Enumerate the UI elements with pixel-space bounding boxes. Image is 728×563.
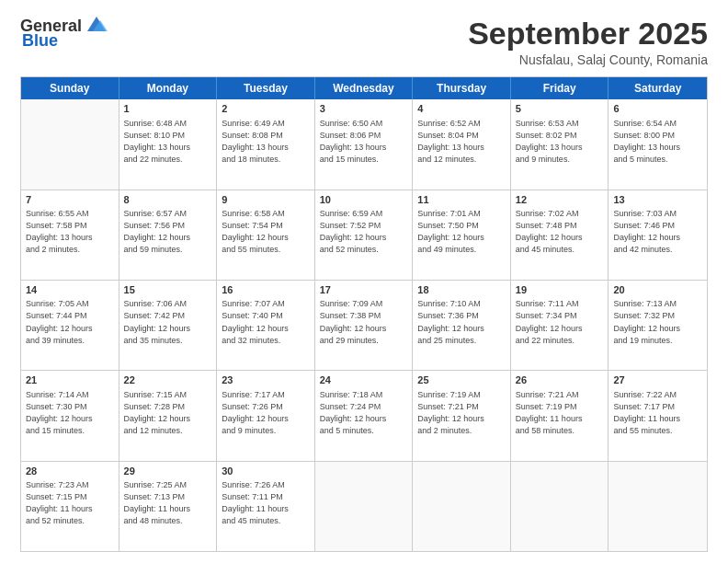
calendar-day-15: 15Sunrise: 7:06 AMSunset: 7:42 PMDayligh… xyxy=(119,281,218,370)
calendar-week-3: 14Sunrise: 7:05 AMSunset: 7:44 PMDayligh… xyxy=(21,280,707,370)
day-info: Sunrise: 6:55 AMSunset: 7:58 PMDaylight:… xyxy=(26,208,114,256)
day-info: Sunrise: 7:13 AMSunset: 7:32 PMDaylight:… xyxy=(613,298,702,346)
day-info: Sunrise: 7:21 AMSunset: 7:19 PMDaylight:… xyxy=(516,389,604,437)
day-number: 1 xyxy=(124,102,212,116)
logo-icon xyxy=(84,15,109,35)
calendar-day-25: 25Sunrise: 7:19 AMSunset: 7:21 PMDayligh… xyxy=(413,371,511,460)
calendar-day-23: 23Sunrise: 7:17 AMSunset: 7:26 PMDayligh… xyxy=(217,371,315,460)
day-number: 2 xyxy=(222,102,310,116)
day-info: Sunrise: 7:23 AMSunset: 7:15 PMDaylight:… xyxy=(26,479,114,527)
day-number: 22 xyxy=(124,373,212,387)
day-info: Sunrise: 6:49 AMSunset: 8:08 PMDaylight:… xyxy=(222,118,310,166)
day-number: 5 xyxy=(516,102,604,116)
day-number: 25 xyxy=(417,373,506,387)
day-number: 16 xyxy=(222,283,310,297)
day-info: Sunrise: 7:07 AMSunset: 7:40 PMDaylight:… xyxy=(222,298,310,346)
day-number: 17 xyxy=(320,283,408,297)
day-info: Sunrise: 6:58 AMSunset: 7:54 PMDaylight:… xyxy=(222,208,310,256)
logo: General Blue xyxy=(20,17,109,51)
header: General Blue September 2025 Nusfalau, Sa… xyxy=(20,17,708,67)
day-number: 28 xyxy=(26,465,114,478)
calendar-day-4: 4Sunrise: 6:52 AMSunset: 8:04 PMDaylight… xyxy=(413,99,511,189)
calendar-body: 1Sunrise: 6:48 AMSunset: 8:10 PMDaylight… xyxy=(21,99,707,551)
day-info: Sunrise: 6:57 AMSunset: 7:56 PMDaylight:… xyxy=(124,208,212,256)
day-info: Sunrise: 6:59 AMSunset: 7:52 PMDaylight:… xyxy=(320,208,408,256)
day-number: 13 xyxy=(613,193,702,207)
day-number: 4 xyxy=(417,102,506,116)
day-info: Sunrise: 7:02 AMSunset: 7:48 PMDaylight:… xyxy=(516,208,604,256)
day-info: Sunrise: 6:50 AMSunset: 8:06 PMDaylight:… xyxy=(320,118,408,166)
calendar-day-12: 12Sunrise: 7:02 AMSunset: 7:48 PMDayligh… xyxy=(511,190,609,280)
calendar-day-24: 24Sunrise: 7:18 AMSunset: 7:24 PMDayligh… xyxy=(315,371,414,460)
day-info: Sunrise: 7:15 AMSunset: 7:28 PMDaylight:… xyxy=(124,389,212,437)
day-info: Sunrise: 6:54 AMSunset: 8:00 PMDaylight:… xyxy=(613,118,702,166)
day-info: Sunrise: 7:22 AMSunset: 7:17 PMDaylight:… xyxy=(613,389,702,437)
calendar-day-18: 18Sunrise: 7:10 AMSunset: 7:36 PMDayligh… xyxy=(413,281,511,370)
calendar-day-10: 10Sunrise: 6:59 AMSunset: 7:52 PMDayligh… xyxy=(315,190,414,280)
location: Nusfalau, Salaj County, Romania xyxy=(468,52,708,67)
day-number: 8 xyxy=(124,193,212,207)
day-info: Sunrise: 7:01 AMSunset: 7:50 PMDaylight:… xyxy=(417,208,506,256)
calendar-day-empty xyxy=(609,462,707,551)
calendar-day-5: 5Sunrise: 6:53 AMSunset: 8:02 PMDaylight… xyxy=(511,99,609,189)
calendar-day-3: 3Sunrise: 6:50 AMSunset: 8:06 PMDaylight… xyxy=(315,99,414,189)
calendar-day-14: 14Sunrise: 7:05 AMSunset: 7:44 PMDayligh… xyxy=(21,281,119,370)
header-day-monday: Monday xyxy=(119,77,218,99)
day-number: 15 xyxy=(124,283,212,297)
calendar-week-2: 7Sunrise: 6:55 AMSunset: 7:58 PMDaylight… xyxy=(21,190,707,280)
day-info: Sunrise: 7:14 AMSunset: 7:30 PMDaylight:… xyxy=(26,389,114,437)
header-day-tuesday: Tuesday xyxy=(217,77,315,99)
title-block: September 2025 Nusfalau, Salaj County, R… xyxy=(468,17,708,67)
day-number: 24 xyxy=(320,373,408,387)
day-number: 19 xyxy=(516,283,604,297)
header-day-sunday: Sunday xyxy=(21,77,119,99)
calendar-day-empty xyxy=(413,462,511,551)
day-number: 9 xyxy=(222,193,310,207)
day-number: 23 xyxy=(222,373,310,387)
day-info: Sunrise: 7:18 AMSunset: 7:24 PMDaylight:… xyxy=(320,389,408,437)
header-day-saturday: Saturday xyxy=(609,77,707,99)
day-info: Sunrise: 7:09 AMSunset: 7:38 PMDaylight:… xyxy=(320,298,408,346)
header-day-wednesday: Wednesday xyxy=(315,77,414,99)
calendar-day-21: 21Sunrise: 7:14 AMSunset: 7:30 PMDayligh… xyxy=(21,371,119,460)
calendar-day-empty xyxy=(21,99,119,189)
calendar-day-8: 8Sunrise: 6:57 AMSunset: 7:56 PMDaylight… xyxy=(119,190,218,280)
header-day-thursday: Thursday xyxy=(413,77,511,99)
page: General Blue September 2025 Nusfalau, Sa… xyxy=(0,0,728,563)
day-number: 10 xyxy=(320,193,408,207)
calendar-header: SundayMondayTuesdayWednesdayThursdayFrid… xyxy=(21,77,707,99)
day-info: Sunrise: 7:11 AMSunset: 7:34 PMDaylight:… xyxy=(516,298,604,346)
calendar-week-1: 1Sunrise: 6:48 AMSunset: 8:10 PMDaylight… xyxy=(21,99,707,189)
calendar-day-16: 16Sunrise: 7:07 AMSunset: 7:40 PMDayligh… xyxy=(217,281,315,370)
day-info: Sunrise: 6:48 AMSunset: 8:10 PMDaylight:… xyxy=(124,118,212,166)
month-title: September 2025 xyxy=(468,17,708,51)
calendar-day-9: 9Sunrise: 6:58 AMSunset: 7:54 PMDaylight… xyxy=(217,190,315,280)
calendar-day-26: 26Sunrise: 7:21 AMSunset: 7:19 PMDayligh… xyxy=(511,371,609,460)
calendar-week-4: 21Sunrise: 7:14 AMSunset: 7:30 PMDayligh… xyxy=(21,370,707,460)
calendar-week-5: 28Sunrise: 7:23 AMSunset: 7:15 PMDayligh… xyxy=(21,461,707,551)
day-info: Sunrise: 7:26 AMSunset: 7:11 PMDaylight:… xyxy=(222,479,310,527)
calendar-day-empty xyxy=(315,462,414,551)
day-number: 12 xyxy=(516,193,604,207)
day-number: 18 xyxy=(417,283,506,297)
calendar-day-2: 2Sunrise: 6:49 AMSunset: 8:08 PMDaylight… xyxy=(217,99,315,189)
calendar-day-empty xyxy=(511,462,609,551)
day-info: Sunrise: 7:03 AMSunset: 7:46 PMDaylight:… xyxy=(613,208,702,256)
day-number: 7 xyxy=(26,193,114,207)
calendar-day-13: 13Sunrise: 7:03 AMSunset: 7:46 PMDayligh… xyxy=(609,190,707,280)
day-number: 14 xyxy=(26,283,114,297)
header-day-friday: Friday xyxy=(511,77,609,99)
day-info: Sunrise: 7:05 AMSunset: 7:44 PMDaylight:… xyxy=(26,298,114,346)
calendar-day-20: 20Sunrise: 7:13 AMSunset: 7:32 PMDayligh… xyxy=(609,281,707,370)
calendar-day-30: 30Sunrise: 7:26 AMSunset: 7:11 PMDayligh… xyxy=(217,462,315,551)
calendar-day-28: 28Sunrise: 7:23 AMSunset: 7:15 PMDayligh… xyxy=(21,462,119,551)
calendar: SundayMondayTuesdayWednesdayThursdayFrid… xyxy=(20,76,708,552)
calendar-day-22: 22Sunrise: 7:15 AMSunset: 7:28 PMDayligh… xyxy=(119,371,218,460)
day-number: 26 xyxy=(516,373,604,387)
day-info: Sunrise: 6:52 AMSunset: 8:04 PMDaylight:… xyxy=(417,118,506,166)
calendar-day-29: 29Sunrise: 7:25 AMSunset: 7:13 PMDayligh… xyxy=(119,462,218,551)
day-number: 30 xyxy=(222,465,310,478)
calendar-day-11: 11Sunrise: 7:01 AMSunset: 7:50 PMDayligh… xyxy=(413,190,511,280)
calendar-day-27: 27Sunrise: 7:22 AMSunset: 7:17 PMDayligh… xyxy=(609,371,707,460)
day-info: Sunrise: 7:17 AMSunset: 7:26 PMDaylight:… xyxy=(222,389,310,437)
